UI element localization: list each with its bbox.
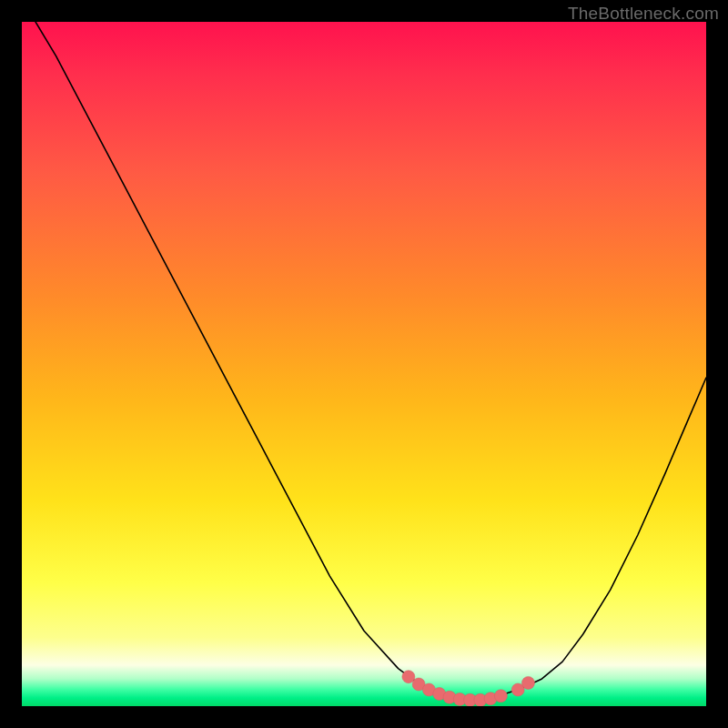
curve-bottleneck-curve-right — [460, 378, 706, 701]
curve-bottleneck-curve-left — [35, 22, 460, 701]
chart-frame: TheBottleneck.com — [0, 0, 728, 728]
chart-overlay — [22, 22, 706, 706]
watermark-label: TheBottleneck.com — [568, 4, 719, 24]
curve-group — [35, 22, 706, 701]
marker-dot — [521, 676, 534, 689]
marker-group — [402, 671, 535, 706]
marker-dot — [494, 690, 507, 703]
plot-area — [22, 22, 706, 706]
